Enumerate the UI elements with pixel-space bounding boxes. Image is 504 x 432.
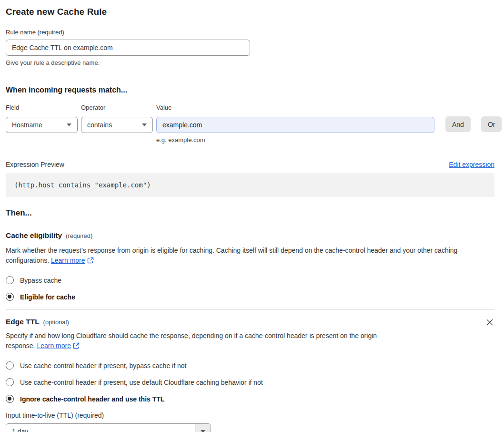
rule-name-input[interactable] [6, 40, 250, 56]
radio-label: Eligible for cache [20, 293, 75, 301]
radio-selected-icon [6, 293, 14, 301]
rule-name-help: Give your rule a descriptive name. [6, 59, 494, 66]
radio-use-header-bypass[interactable]: Use cache-control header if present, byp… [6, 361, 494, 370]
radio-icon [6, 276, 14, 284]
field-select-value: Hostname [12, 121, 42, 129]
edge-ttl-heading-row: Edge TTL (optional) [6, 318, 69, 326]
cache-eligibility-learn-more-link[interactable]: Learn more [51, 257, 85, 264]
ttl-dropdown-button[interactable] [195, 424, 211, 432]
radio-label: Use cache-control header if present, use… [20, 379, 263, 386]
ttl-input[interactable] [6, 424, 195, 432]
external-link-icon [73, 342, 80, 352]
radio-eligible-for-cache[interactable]: Eligible for cache [6, 293, 494, 301]
external-link-icon [87, 257, 94, 267]
expression-code-box: (http.host contains "example.com") [6, 173, 494, 197]
cache-eligibility-qualifier: (required) [66, 232, 92, 239]
match-section-heading: When incoming requests match... [6, 86, 494, 94]
operator-column: Operator contains [81, 104, 153, 133]
ttl-combobox [6, 423, 211, 432]
edge-ttl-description: Specify if and how long Cloudflare shoul… [6, 331, 404, 352]
field-label: Field [6, 104, 78, 111]
radio-label: Use cache-control header if present, byp… [20, 362, 186, 370]
edge-ttl-options: Use cache-control header if present, byp… [6, 361, 494, 403]
or-button[interactable]: Or [481, 116, 502, 132]
radio-bypass-cache[interactable]: Bypass cache [6, 276, 494, 284]
radio-use-header-default[interactable]: Use cache-control header if present, use… [6, 378, 494, 386]
page-title: Create new Cache Rule [6, 7, 494, 17]
cache-eligibility-description: Mark whether the request’s response from… [6, 246, 494, 267]
close-icon[interactable] [485, 318, 494, 327]
chevron-down-icon [201, 430, 205, 432]
operator-select-value: contains [87, 121, 112, 129]
radio-icon [6, 361, 14, 370]
field-column: Field Hostname [6, 104, 78, 133]
edge-ttl-qualifier: (optional) [43, 319, 69, 326]
expression-preview-label: Expression Preview [6, 161, 64, 168]
chevron-down-icon [142, 123, 147, 126]
create-cache-rule-page: Create new Cache Rule Rule name (require… [6, 7, 494, 432]
then-heading: Then... [6, 208, 494, 218]
field-select[interactable]: Hostname [6, 117, 78, 133]
expression-preview-row: Expression Preview Edit expression [6, 161, 494, 168]
radio-label: Bypass cache [20, 277, 61, 284]
cache-eligibility-heading: Cache eligibility [6, 231, 62, 240]
operator-label: Operator [81, 104, 153, 111]
radio-label: Ignore cache-control header and use this… [20, 395, 164, 403]
divider [6, 309, 494, 310]
value-input[interactable] [156, 117, 434, 133]
conjunction-buttons: And Or [445, 116, 502, 132]
edit-expression-link[interactable]: Edit expression [449, 161, 494, 168]
cache-eligibility-options: Bypass cache Eligible for cache [6, 276, 494, 301]
and-button[interactable]: And [445, 116, 471, 132]
radio-ignore-header-use-ttl[interactable]: Ignore cache-control header and use this… [6, 395, 494, 403]
cache-eligibility-header: Cache eligibility (required) [6, 231, 494, 240]
rule-name-label: Rule name (required) [6, 29, 494, 36]
ttl-input-label: Input time-to-live (TTL) (required) [6, 411, 494, 419]
radio-selected-icon [6, 395, 14, 403]
edge-ttl-heading: Edge TTL [6, 318, 40, 326]
divider [6, 77, 494, 77]
value-column: Value e.g. example.com [156, 104, 434, 144]
value-label: Value [156, 104, 434, 111]
match-row: Field Hostname Operator contains Value e… [6, 104, 494, 144]
edge-ttl-learn-more-link[interactable]: Learn more [37, 342, 71, 350]
radio-icon [6, 378, 14, 386]
operator-select[interactable]: contains [81, 117, 153, 133]
chevron-down-icon [67, 123, 71, 126]
value-help: e.g. example.com [156, 136, 434, 144]
edge-ttl-header: Edge TTL (optional) [6, 318, 494, 327]
